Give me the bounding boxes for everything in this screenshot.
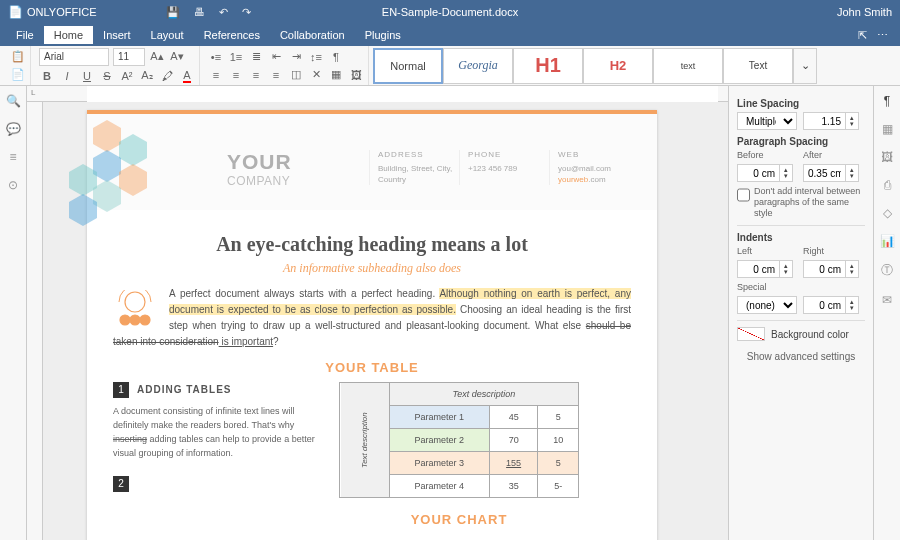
font-group: Arial 11 A▴ A▾ B I U S A² A₂ 🖍 A <box>35 46 200 85</box>
save-icon[interactable]: 💾 <box>166 6 180 19</box>
decrease-indent-icon[interactable]: ⇤ <box>268 49 284 65</box>
page-body[interactable]: An eye-catching heading means a lot An i… <box>87 210 657 540</box>
horizontal-ruler[interactable]: L <box>27 86 728 102</box>
redo-icon[interactable]: ↷ <box>242 6 251 19</box>
line-spacing-icon[interactable]: ↕≡ <box>308 49 324 65</box>
strike-icon[interactable]: S <box>99 68 115 84</box>
style-h1[interactable]: H1 <box>513 48 583 84</box>
more-icon[interactable]: ⋯ <box>877 29 888 42</box>
quick-access: 💾 🖶 ↶ ↷ <box>166 6 251 19</box>
document-page[interactable]: YOUR COMPANY ADDRESS Building, Street, C… <box>87 110 657 540</box>
no-interval-checkbox[interactable]: Don't add interval between paragraphs of… <box>737 186 865 219</box>
style-normal[interactable]: Normal <box>373 48 443 84</box>
bold-icon[interactable]: B <box>39 68 55 84</box>
doc-subheading: An informative subheading also does <box>113 260 631 276</box>
increase-font-icon[interactable]: A▴ <box>149 49 165 65</box>
decrease-font-icon[interactable]: A▾ <box>169 49 185 65</box>
comments-icon[interactable]: 💬 <box>6 122 21 136</box>
logo-icon: 📄 <box>8 5 23 19</box>
underline-icon[interactable]: U <box>79 68 95 84</box>
align-right-icon[interactable]: ≡ <box>248 67 264 83</box>
section-num-2: 2 <box>113 476 129 492</box>
numbering-icon[interactable]: 1≡ <box>228 49 244 65</box>
special-indent-select[interactable]: (none) <box>737 296 797 314</box>
chart-settings-icon[interactable]: 📊 <box>880 234 895 248</box>
header-settings-icon[interactable]: ⎙ <box>884 178 891 192</box>
feedback-icon[interactable]: ⊙ <box>8 178 18 192</box>
align-justify-icon[interactable]: ≡ <box>268 67 284 83</box>
style-georgia[interactable]: Georgia <box>443 48 513 84</box>
styles-more-icon[interactable]: ⌄ <box>793 48 817 84</box>
style-text[interactable]: text <box>653 48 723 84</box>
tab-collaboration[interactable]: Collaboration <box>270 26 355 44</box>
subscript-icon[interactable]: A₂ <box>139 68 155 84</box>
sample-table: Text descriptionText description Paramet… <box>339 382 579 498</box>
special-indent-value[interactable]: ▴▾ <box>803 296 863 314</box>
line-spacing-value[interactable]: ▴▾ <box>803 112 863 130</box>
web-heading: WEB <box>558 150 639 159</box>
section-text: A document consisting of infinite text l… <box>113 404 323 460</box>
indent-left[interactable]: ▴▾ <box>737 260 797 278</box>
web-value: you@mail.comyourweb.com <box>558 163 639 185</box>
spacing-before[interactable]: ▴▾ <box>737 164 797 182</box>
tab-insert[interactable]: Insert <box>93 26 141 44</box>
chart-section-title: YOUR CHART <box>339 512 579 528</box>
increase-indent-icon[interactable]: ⇥ <box>288 49 304 65</box>
shading-icon[interactable]: ◫ <box>288 67 304 83</box>
align-left-icon[interactable]: ≡ <box>208 67 224 83</box>
advanced-settings-link[interactable]: Show advanced settings <box>737 351 865 362</box>
sample-table-wrap: Text descriptionText description Paramet… <box>339 382 579 534</box>
tab-layout[interactable]: Layout <box>141 26 194 44</box>
right-sidebar: ¶ ▦ 🖼 ⎙ ◇ 📊 Ⓣ ✉ <box>873 86 900 540</box>
textart-settings-icon[interactable]: Ⓣ <box>881 262 893 279</box>
table-settings-icon[interactable]: ▦ <box>882 122 893 136</box>
bg-color-label: Background color <box>771 329 849 340</box>
style-text2[interactable]: Text <box>723 48 793 84</box>
shape-settings-icon[interactable]: ◇ <box>883 206 892 220</box>
decorative-illustration <box>113 290 157 330</box>
font-color-icon[interactable]: A <box>179 68 195 84</box>
phone-value: +123 456 789 <box>468 163 549 174</box>
indent-right[interactable]: ▴▾ <box>803 260 863 278</box>
spacing-after[interactable]: ▴▾ <box>803 164 863 182</box>
tab-home[interactable]: Home <box>44 26 93 44</box>
italic-icon[interactable]: I <box>59 68 75 84</box>
search-icon[interactable]: 🔍 <box>6 94 21 108</box>
main-tabs: File Home Insert Layout References Colla… <box>0 24 900 46</box>
navigation-icon[interactable]: ≡ <box>9 150 16 164</box>
nonprinting-icon[interactable]: ¶ <box>328 49 344 65</box>
insert-table-icon[interactable]: ▦ <box>328 67 344 83</box>
paragraph-settings-icon[interactable]: ¶ <box>884 94 890 108</box>
indents-title: Indents <box>737 232 865 243</box>
address-value: Building, Street, City, Country <box>378 163 459 185</box>
copy-icon[interactable]: 📋 <box>10 49 26 65</box>
bullets-icon[interactable]: •≡ <box>208 49 224 65</box>
style-h2[interactable]: H2 <box>583 48 653 84</box>
image-settings-icon[interactable]: 🖼 <box>881 150 893 164</box>
tab-plugins[interactable]: Plugins <box>355 26 411 44</box>
bg-color-swatch[interactable] <box>737 327 765 341</box>
insert-image-icon[interactable]: 🖼 <box>348 67 364 83</box>
superscript-icon[interactable]: A² <box>119 68 135 84</box>
clear-style-icon[interactable]: ✕ <box>308 67 324 83</box>
undo-icon[interactable]: ↶ <box>219 6 228 19</box>
line-spacing-mode[interactable]: Multiple <box>737 112 797 130</box>
font-family-select[interactable]: Arial <box>39 48 109 66</box>
tab-references[interactable]: References <box>194 26 270 44</box>
paste-icon[interactable]: 📄 <box>10 67 26 83</box>
section-heading: ADDING TABLES <box>137 384 231 395</box>
open-location-icon[interactable]: ⇱ <box>858 29 867 42</box>
user-name[interactable]: John Smith <box>837 6 892 18</box>
document-area: L YOUR COMPANY <box>27 86 728 540</box>
ribbon-home: 📋 📄 Arial 11 A▴ A▾ B I U S A² A₂ 🖍 A •≡ … <box>0 46 900 86</box>
section-1: 1ADDING TABLES A document consisting of … <box>113 382 323 534</box>
highlight-icon[interactable]: 🖍 <box>159 68 175 84</box>
font-size-select[interactable]: 11 <box>113 48 145 66</box>
tab-file[interactable]: File <box>6 26 44 44</box>
background-color-row[interactable]: Background color <box>737 327 865 341</box>
align-center-icon[interactable]: ≡ <box>228 67 244 83</box>
multilevel-icon[interactable]: ≣ <box>248 49 264 65</box>
mail-merge-icon[interactable]: ✉ <box>882 293 892 307</box>
print-icon[interactable]: 🖶 <box>194 6 205 19</box>
vertical-ruler[interactable] <box>27 102 43 540</box>
